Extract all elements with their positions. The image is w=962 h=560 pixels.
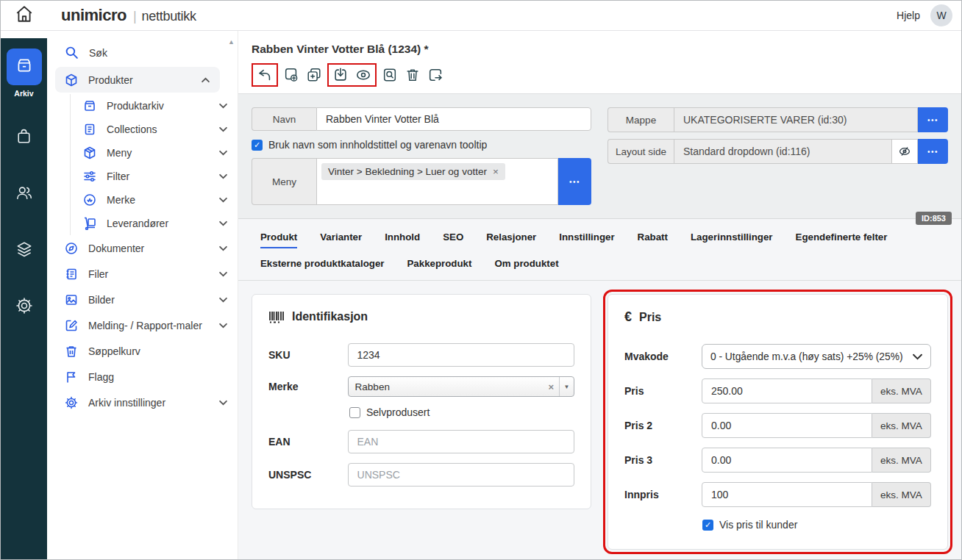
sidebar-item-leverandorer[interactable]: Leverandører — [71, 212, 238, 235]
preview-button[interactable] — [354, 65, 373, 85]
name-tooltip-checkbox-row: ✓ Bruk navn som innholdstittel og varena… — [252, 139, 591, 151]
sidebar-item-label: Dokumenter — [88, 243, 209, 254]
sidebar-item-label: Produktarkiv — [107, 100, 209, 112]
chevron-down-icon — [219, 220, 227, 226]
undo-button[interactable] — [255, 65, 274, 85]
sidebar-item-arkiv-innstillinger[interactable]: Arkiv innstillinger — [47, 390, 238, 415]
sidebar-item-dokumenter[interactable]: Dokumenter — [47, 235, 238, 261]
vis-pris-row: ✓ Vis pris til kunder — [702, 519, 931, 531]
merke-clear-icon[interactable]: × — [543, 381, 559, 392]
delete-button[interactable] — [403, 65, 422, 85]
layout-field-group: Layout side Standard dropdown (id:116) •… — [608, 139, 948, 164]
mvakode-select[interactable]: 0 - Utgående m.v.a (høy sats) +25% (25%) — [702, 344, 931, 369]
merke-dropdown-arrow-icon[interactable]: ▼ — [559, 377, 574, 396]
tab-om-produktet[interactable]: Om produktet — [494, 258, 558, 269]
sidebar-item-label: Produkter — [88, 74, 191, 86]
shopping-bag-icon — [15, 127, 33, 148]
search-document-icon — [382, 67, 398, 83]
tab-varianter[interactable]: Varianter — [320, 231, 362, 248]
tab-produkt[interactable]: Produkt — [260, 231, 297, 248]
save-button[interactable] — [331, 65, 350, 85]
layers-icon — [15, 240, 34, 262]
layout-visibility-button[interactable] — [892, 139, 918, 164]
sidebar-item-bilder[interactable]: Bilder — [47, 287, 238, 312]
innpris-input[interactable] — [702, 482, 872, 507]
chevron-down-icon — [219, 126, 227, 132]
ean-row: EAN — [268, 430, 574, 453]
tab-pakkeprodukt[interactable]: Pakkeprodukt — [407, 258, 471, 269]
chip-remove-icon[interactable]: × — [493, 166, 499, 177]
barcode-icon — [268, 309, 285, 324]
sidebar-item-meny[interactable]: Meny — [71, 141, 238, 165]
sidebar-item-filter[interactable]: Filter — [71, 165, 238, 188]
name-tooltip-checkbox[interactable]: ✓ — [252, 140, 263, 151]
duplicate-button[interactable] — [304, 65, 324, 85]
tab-innstillinger[interactable]: Innstillinger — [559, 231, 614, 248]
sku-row: SKU — [268, 343, 574, 367]
sidebar-item-label: Søk — [89, 47, 227, 59]
mappe-more-button[interactable]: ••• — [918, 107, 948, 132]
help-link[interactable]: Hjelp — [897, 10, 920, 21]
ean-input[interactable] — [348, 430, 574, 453]
sidebar-item-sok[interactable]: Søk — [47, 40, 238, 65]
pris2-row: Pris 2 eks. MVA — [624, 413, 931, 438]
archive-drawer-icon — [15, 56, 34, 78]
meny-value-area[interactable]: Vinter > Bekledning > Luer og votter × — [316, 158, 558, 205]
pris-addon: eks. MVA — [872, 378, 931, 403]
rail-item-modules[interactable] — [7, 234, 41, 268]
sidebar-item-produkter[interactable]: Produkter — [55, 67, 220, 93]
home-button[interactable] — [1, 4, 48, 26]
export-button[interactable] — [426, 65, 445, 85]
selvprodusert-checkbox[interactable] — [349, 407, 360, 418]
new-product-button[interactable] — [282, 65, 301, 85]
navn-input[interactable] — [316, 107, 591, 131]
rail-item-settings[interactable] — [7, 290, 41, 324]
merke-select[interactable]: Rabben × ▼ — [348, 376, 574, 397]
tab-innhold[interactable]: Innhold — [385, 231, 420, 248]
chevron-down-icon — [219, 103, 227, 109]
rail-item-customers[interactable] — [7, 177, 41, 211]
pris2-input[interactable] — [702, 413, 872, 438]
inspect-button[interactable] — [380, 65, 399, 85]
logo-primary: unimicro — [61, 6, 127, 25]
unspsc-input[interactable] — [348, 463, 574, 487]
user-avatar[interactable]: W — [930, 4, 952, 26]
meny-more-button[interactable]: ••• — [558, 158, 591, 205]
tab-eksterne-produktkataloger[interactable]: Eksterne produktkataloger — [260, 258, 384, 269]
sidebar-item-label: Filter — [107, 170, 209, 182]
mappe-label: Mappe — [608, 107, 674, 132]
euro-icon: € — [624, 309, 632, 325]
pris-input[interactable] — [702, 378, 872, 403]
pris3-input[interactable] — [702, 448, 872, 473]
tab-seo[interactable]: SEO — [443, 231, 463, 248]
mvakode-label: Mvakode — [624, 351, 702, 362]
unspsc-label: UNSPSC — [268, 469, 348, 481]
tab-lagerinnstillinger[interactable]: Lagerinnstillinger — [691, 231, 773, 248]
sidebar-item-maler[interactable]: Melding- / Rapport-maler — [47, 312, 238, 338]
vis-pris-checkbox[interactable]: ✓ — [702, 520, 713, 531]
tab-relasjoner[interactable]: Relasjoner — [486, 231, 536, 248]
sku-label: SKU — [268, 349, 348, 361]
annotation-box-undo — [252, 63, 278, 87]
chevron-down-icon — [219, 323, 227, 329]
tab-egendefinerte-felter[interactable]: Egendefinerte felter — [796, 231, 888, 248]
mvakode-selected-value: 0 - Utgående m.v.a (høy sats) +25% (25%) — [710, 351, 913, 362]
sidebar-item-filer[interactable]: Filer — [47, 261, 238, 287]
sidebar-scroll-up-icon[interactable]: ▲ — [228, 38, 235, 46]
layout-more-button[interactable]: ••• — [918, 139, 948, 164]
rail-item-shop[interactable] — [7, 121, 41, 154]
name-tooltip-checkbox-label: Bruk navn som innholdstittel og varenavn… — [268, 139, 487, 151]
rail-item-arkiv[interactable]: Arkiv — [7, 49, 42, 98]
sidebar-item-label: Bilder — [88, 294, 209, 306]
tab-rabatt[interactable]: Rabatt — [638, 231, 668, 248]
sidebar-item-merke[interactable]: Merke — [71, 188, 238, 212]
sidebar-item-label: Flagg — [88, 371, 227, 383]
file-plus-icon — [283, 67, 299, 83]
toolbar — [252, 63, 948, 87]
sidebar-item-produktarkiv[interactable]: Produktarkiv — [71, 94, 238, 118]
sku-input[interactable] — [348, 343, 574, 367]
sidebar-item-collections[interactable]: Collections — [71, 118, 238, 141]
sidebar-item-flagg[interactable]: Flagg — [47, 364, 238, 390]
tab-content: Identifikasjon SKU Merke Rabben × ▼ — [238, 281, 961, 560]
sidebar-item-soppelkurv[interactable]: Søppelkurv — [47, 338, 238, 364]
